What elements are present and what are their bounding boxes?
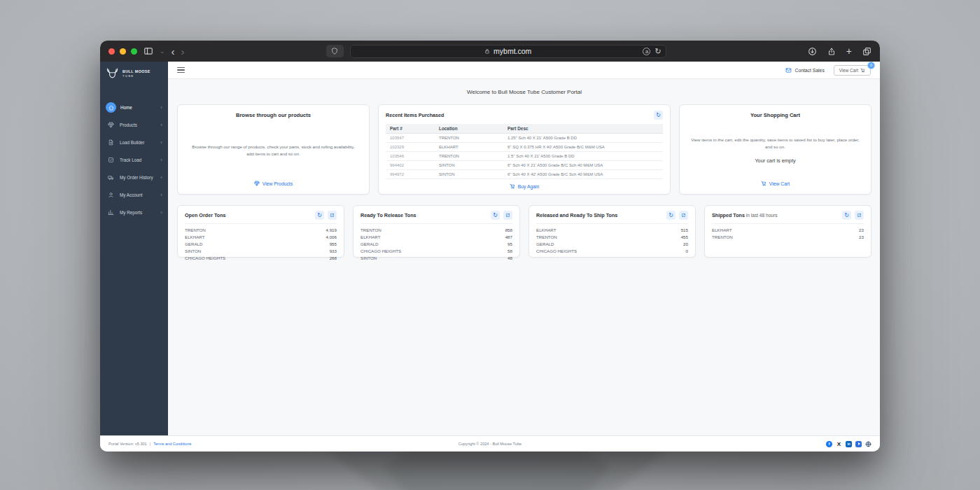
portal-footer: Portal Version: v5.301 | Terms and Condi… xyxy=(100,435,880,451)
open-report-button[interactable] xyxy=(679,211,688,220)
sidebar-item-my-reports[interactable]: My Reports › xyxy=(100,204,168,221)
sidebar-item-track-load[interactable]: Track Load › xyxy=(100,151,168,169)
brand-logo[interactable]: BULL MOOSE TUBE xyxy=(100,62,168,83)
back-button[interactable]: ‹ xyxy=(172,46,175,57)
table-header-row: Part # Location Part Desc xyxy=(386,124,663,134)
stat-row: TRENTON455 xyxy=(536,234,688,241)
chevron-down-icon[interactable]: ⌄ xyxy=(160,48,165,55)
card-title: Browse through our products xyxy=(236,112,311,118)
reload-icon[interactable]: ↻ xyxy=(654,48,661,55)
table-row[interactable]: 102329 ELKHART 6" SQ X 0.375 HR X 40' A5… xyxy=(386,143,663,152)
menu-toggle-icon[interactable] xyxy=(177,67,185,73)
table-row[interactable]: 103547 TRENTON 1.25" Sch 40 X 21' A500 G… xyxy=(386,134,663,143)
view-cart-link-label: View Cart xyxy=(769,181,790,186)
view-cart-button[interactable]: View Cart 0 xyxy=(834,65,871,76)
translate-icon[interactable]: a xyxy=(643,48,650,55)
ready-to-release-tons-card: Ready To Release Tons ↻ TRENTON858 ELKHA… xyxy=(353,205,520,258)
moose-logo-icon xyxy=(106,67,119,79)
document-icon xyxy=(106,138,115,147)
home-icon xyxy=(106,102,116,113)
sidebar-toggle-icon[interactable] xyxy=(144,46,153,56)
table-row[interactable]: 994402 SINTON 6" Sch 40 X 21' A500 Grade… xyxy=(386,161,663,170)
cart-icon xyxy=(510,183,515,189)
browse-products-card: Browse through our products Browse throu… xyxy=(177,104,370,195)
buy-again-label: Buy Again xyxy=(518,184,540,189)
traffic-lights xyxy=(108,48,137,55)
sidebar-item-my-account[interactable]: My Account ‹ xyxy=(100,186,168,204)
stat-row: ELKHART487 xyxy=(360,234,512,241)
downloads-icon[interactable] xyxy=(808,47,817,56)
open-order-tons-card: Open Order Tons ↻ TRENTON4,919 ELKHART4,… xyxy=(177,205,344,258)
released-ready-to-ship-card: Released and Ready To Ship Tons ↻ ELKHAR… xyxy=(528,205,696,258)
stat-row: CHICAGO HEIGHTS268 xyxy=(185,255,337,262)
card-title: Your Shopping Cart xyxy=(750,112,800,118)
website-globe-icon[interactable] xyxy=(865,441,872,447)
refresh-button[interactable]: ↻ xyxy=(315,211,324,220)
sidebar-item-products[interactable]: Products › xyxy=(100,116,168,134)
chevron-right-icon: › xyxy=(160,210,162,216)
external-link-icon xyxy=(681,213,686,218)
refresh-button[interactable]: ↻ xyxy=(842,211,851,220)
sidebar-nav: Home › Products › Load Builder ‹ xyxy=(100,99,168,221)
card-title: Released and Ready To Ship Tons xyxy=(536,212,617,218)
sidebar-item-label: My Order History xyxy=(120,175,160,180)
youtube-icon[interactable] xyxy=(855,441,862,447)
browser-titlebar: ⌄ ‹ › mybmt.com a ↻ + xyxy=(100,41,880,62)
external-link-icon xyxy=(330,213,335,218)
stat-row: TRENTON23 xyxy=(712,234,864,241)
sidebar-item-label: Track Load xyxy=(120,158,160,162)
tab-overview-icon[interactable] xyxy=(862,47,872,56)
new-tab-icon[interactable]: + xyxy=(846,46,852,56)
open-report-button[interactable] xyxy=(328,211,337,220)
card-title: Ready To Release Tons xyxy=(360,212,416,218)
zoom-button[interactable] xyxy=(131,48,137,55)
chevron-right-icon: › xyxy=(160,122,162,128)
table-row[interactable]: 103546 TRENTON 1.5" Sch 40 X 21' A500 Gr… xyxy=(386,152,663,161)
linkedin-icon[interactable]: in xyxy=(846,441,852,447)
forward-button[interactable]: › xyxy=(181,46,185,57)
recent-items-table: Part # Location Part Desc 103547 TRENTON… xyxy=(386,124,663,179)
open-report-button[interactable] xyxy=(503,211,512,220)
minimize-button[interactable] xyxy=(120,48,126,55)
stat-row: GERALD95 xyxy=(360,241,512,248)
stat-row: GERALD20 xyxy=(536,241,688,248)
cart-icon xyxy=(761,181,766,186)
terms-link[interactable]: Terms and Conditions xyxy=(153,442,191,446)
address-bar[interactable]: mybmt.com a ↻ xyxy=(350,45,666,58)
welcome-heading: Welcome to Bull Moose Tube Customer Port… xyxy=(177,89,872,95)
view-products-label: View Products xyxy=(262,181,293,186)
chevron-left-icon: ‹ xyxy=(160,192,162,198)
truck-icon xyxy=(106,173,115,182)
refresh-icon: ↻ xyxy=(493,213,498,218)
buy-again-button[interactable]: Buy Again xyxy=(510,183,540,189)
sidebar-item-label: My Reports xyxy=(120,210,160,215)
col-part: Part # xyxy=(386,124,435,133)
copyright-text: Copyright © 2024 - Bull Moose Tube xyxy=(318,442,662,446)
stat-row: ELKHART4,006 xyxy=(185,234,337,241)
privacy-shield-button[interactable] xyxy=(326,45,344,57)
refresh-button[interactable]: ↻ xyxy=(654,111,663,120)
external-link-icon xyxy=(857,213,862,218)
refresh-icon: ↻ xyxy=(844,213,849,218)
refresh-icon: ↻ xyxy=(656,113,661,118)
open-report-button[interactable] xyxy=(855,211,864,220)
close-button[interactable] xyxy=(108,48,115,55)
contact-sales-link[interactable]: Contact Sales xyxy=(785,67,824,74)
view-cart-label: View Cart xyxy=(839,68,858,73)
sidebar-item-order-history[interactable]: My Order History ‹ xyxy=(100,169,168,186)
table-row[interactable]: 994972 SINTON 6" Sch 40 X 42' A500 Grade… xyxy=(386,170,663,179)
shopping-cart-card: Your Shopping Cart View items in the car… xyxy=(679,104,872,195)
x-twitter-icon[interactable]: X xyxy=(836,441,842,447)
refresh-button[interactable]: ↻ xyxy=(666,211,676,220)
shipped-tons-card: Shipped Tons in last 48 hours ↻ ELKHART2… xyxy=(704,205,872,258)
view-products-button[interactable]: View Products xyxy=(254,181,293,186)
facebook-icon[interactable]: f xyxy=(826,441,832,447)
stat-row: ELKHART23 xyxy=(712,227,864,234)
view-cart-link[interactable]: View Cart xyxy=(761,181,790,186)
share-icon[interactable] xyxy=(827,47,836,56)
sidebar-item-home[interactable]: Home › xyxy=(100,99,168,116)
external-link-icon xyxy=(505,213,510,218)
refresh-button[interactable]: ↻ xyxy=(491,211,500,220)
sidebar-item-load-builder[interactable]: Load Builder ‹ xyxy=(100,134,168,151)
shield-icon xyxy=(331,48,338,55)
